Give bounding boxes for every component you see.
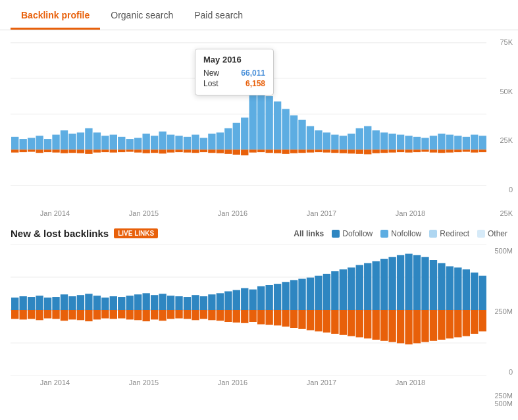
svg-rect-229: [430, 310, 437, 341]
svg-rect-119: [479, 136, 486, 149]
svg-rect-99: [397, 135, 404, 150]
svg-rect-214: [373, 261, 380, 310]
svg-rect-220: [397, 255, 404, 310]
svg-rect-9: [28, 138, 35, 149]
svg-rect-36: [134, 149, 142, 152]
svg-rect-153: [118, 310, 125, 319]
tooltip-new-label: New: [203, 68, 219, 78]
redirect-label: Redirect: [440, 229, 469, 238]
svg-rect-150: [110, 296, 117, 310]
svg-rect-38: [142, 149, 149, 153]
svg-rect-206: [340, 269, 347, 310]
svg-rect-70: [274, 149, 281, 153]
svg-rect-234: [454, 267, 461, 310]
svg-rect-164: [167, 296, 174, 310]
svg-rect-56: [217, 149, 224, 153]
svg-rect-116: [463, 149, 470, 151]
svg-rect-46: [175, 149, 182, 152]
svg-rect-140: [68, 296, 76, 310]
svg-rect-148: [101, 298, 109, 310]
svg-rect-58: [224, 149, 232, 154]
svg-rect-141: [68, 310, 76, 319]
svg-rect-135: [44, 310, 51, 319]
svg-rect-232: [446, 267, 453, 311]
chart2-area: 500M 250M 0: [0, 244, 518, 376]
chart1-y-bottom: 25K: [486, 207, 518, 217]
svg-rect-211: [356, 310, 363, 337]
svg-rect-207: [340, 310, 347, 335]
svg-rect-5: [11, 137, 18, 150]
svg-rect-81: [323, 132, 330, 149]
svg-rect-41: [159, 132, 166, 150]
svg-rect-154: [126, 296, 134, 310]
svg-rect-105: [421, 138, 428, 149]
svg-rect-66: [257, 149, 265, 152]
svg-rect-20: [68, 149, 76, 153]
svg-rect-217: [380, 310, 388, 341]
svg-rect-91: [364, 126, 371, 150]
tab-backlink-profile[interactable]: Backlink profile: [11, 0, 100, 30]
svg-rect-96: [380, 149, 388, 153]
svg-rect-42: [159, 149, 166, 153]
svg-rect-60: [233, 149, 240, 155]
svg-rect-68: [265, 149, 272, 153]
chart1-container: May 2016 New 66,011 Lost 6,158: [11, 36, 486, 207]
svg-rect-185: [249, 310, 257, 322]
svg-rect-34: [126, 149, 134, 151]
svg-rect-146: [93, 296, 101, 310]
svg-rect-15: [52, 135, 59, 150]
svg-rect-71: [282, 109, 289, 150]
svg-rect-208: [348, 267, 355, 310]
svg-rect-57: [224, 128, 232, 150]
svg-rect-186: [257, 286, 265, 310]
tab-organic-search[interactable]: Organic search: [100, 0, 184, 30]
svg-rect-69: [274, 101, 281, 149]
nofollow-color: [380, 230, 388, 238]
svg-rect-172: [200, 296, 207, 310]
svg-rect-30: [110, 149, 117, 152]
svg-rect-213: [364, 310, 371, 338]
chart2-y-axis: 500M 250M 0: [486, 244, 518, 376]
svg-rect-28: [101, 149, 109, 152]
svg-rect-223: [405, 310, 412, 344]
svg-rect-80: [315, 149, 322, 152]
svg-rect-151: [110, 310, 117, 319]
svg-rect-126: [11, 298, 18, 310]
chart2-title-area: New & lost backlinks LIVE LINKS: [11, 228, 158, 239]
svg-rect-54: [208, 149, 215, 153]
svg-rect-87: [348, 134, 355, 149]
nofollow-label: Nofollow: [391, 229, 421, 238]
svg-rect-194: [290, 280, 298, 310]
svg-rect-198: [307, 278, 314, 310]
svg-rect-212: [364, 263, 371, 310]
svg-rect-24: [85, 149, 92, 154]
svg-rect-37: [142, 134, 149, 149]
svg-rect-199: [307, 310, 314, 330]
svg-rect-6: [11, 149, 18, 152]
svg-rect-97: [388, 134, 396, 149]
chart1-x-axis: Jan 2014 Jan 2015 Jan 2016 Jan 2017 Jan …: [11, 207, 455, 223]
svg-rect-149: [101, 310, 109, 319]
svg-rect-222: [405, 254, 412, 311]
svg-rect-215: [373, 310, 380, 340]
svg-rect-195: [290, 310, 298, 328]
svg-rect-85: [340, 136, 347, 149]
svg-rect-49: [192, 135, 199, 150]
svg-rect-72: [282, 149, 289, 154]
svg-rect-204: [331, 271, 338, 310]
tab-paid-search[interactable]: Paid search: [184, 0, 253, 30]
svg-rect-142: [77, 295, 84, 310]
svg-rect-22: [77, 149, 84, 153]
svg-rect-40: [151, 149, 158, 153]
svg-rect-165: [167, 310, 174, 319]
dofollow-label: Dofollow: [342, 229, 373, 238]
svg-rect-43: [167, 135, 174, 150]
svg-rect-219: [388, 310, 396, 342]
svg-rect-13: [44, 139, 51, 149]
svg-rect-173: [200, 310, 207, 319]
svg-rect-138: [61, 294, 68, 310]
chart1-section: May 2016 New 66,011 Lost 6,158: [0, 30, 518, 223]
svg-rect-188: [265, 285, 272, 310]
svg-rect-75: [298, 120, 305, 149]
svg-rect-26: [93, 149, 101, 152]
